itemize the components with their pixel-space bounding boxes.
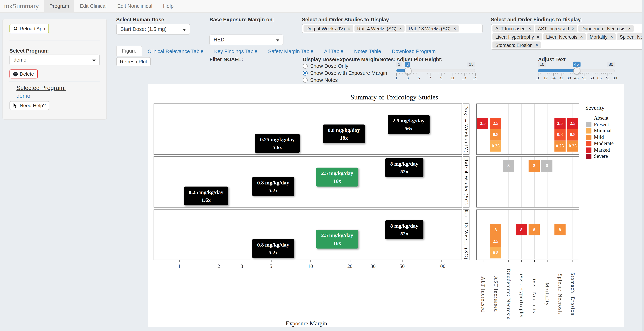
findings-tagbox[interactable]: ALT Increased×AST Increased×Duodenum: Ne… xyxy=(491,24,644,50)
heatmap-gridline xyxy=(560,157,560,207)
radio-option-show-dose-only[interactable]: Show Dose Only xyxy=(303,63,387,69)
minus-circle-icon xyxy=(13,72,18,76)
navbar-items: ProgramEdit ClinicalEdit NonclinicalHelp xyxy=(44,0,179,12)
finding-column-label: ALT Increased xyxy=(480,276,486,312)
slider-tick-label: 15 xyxy=(473,76,478,80)
adjust-text-slider[interactable]: 1080451017243138455259667380 xyxy=(538,62,615,80)
legend-item-marked: Marked xyxy=(586,147,610,153)
nav-item-edit-nonclinical[interactable]: Edit Nonclinical xyxy=(112,0,158,12)
study-tag-label: Rat: 4 Weeks (SC) xyxy=(357,26,396,31)
heatmap-axis-tick xyxy=(534,260,534,262)
tab-bar: FigureClinical Relevance TableKey Findin… xyxy=(116,46,644,56)
dose-label: 0.8 mg/kg/day xyxy=(257,179,289,186)
remove-tag-icon[interactable]: × xyxy=(454,26,456,30)
slider-major-tick xyxy=(538,73,538,76)
tab-figure[interactable]: Figure xyxy=(116,46,142,56)
cursor-icon xyxy=(13,103,18,108)
scrollbar[interactable] xyxy=(642,0,644,331)
exposure-margin-label: 5.2x xyxy=(257,186,289,194)
tab-all-table[interactable]: All Table xyxy=(319,46,349,56)
slider-minor-tick xyxy=(578,73,579,74)
slider-tick-label: 59 xyxy=(590,76,594,80)
exposure-margin-label: 52x xyxy=(390,168,418,176)
tab-download-program[interactable]: Download Program xyxy=(386,46,441,56)
remove-tag-icon[interactable]: × xyxy=(537,35,539,39)
remove-tag-icon[interactable]: × xyxy=(610,35,613,39)
studies-tagbox[interactable]: Dog: 4 Weeks (IV)×Rat: 4 Weeks (SC)×Rat:… xyxy=(302,24,482,33)
slider-minor-tick xyxy=(613,73,613,74)
radio-option-show-dose-with-exposure-margin[interactable]: Show Dose with Exposure Margin xyxy=(303,70,387,76)
dose-box-rat-13-weeks-sc-2-5-mg-kg-day: 2.5 mg/kg/day16x xyxy=(316,230,358,248)
heatmap-gridline xyxy=(572,157,573,207)
finding-tag-ast-increased[interactable]: AST Increased× xyxy=(535,25,577,32)
finding-tag-mortality[interactable]: Mortality× xyxy=(587,33,616,40)
nav-item-program[interactable]: Program xyxy=(44,0,74,12)
radio-selected-icon[interactable] xyxy=(303,71,308,76)
sidebar-panel: ↻ Reload App Select Program: demo Delete… xyxy=(2,19,107,120)
base-margin-select[interactable]: HED xyxy=(210,34,283,45)
finding-tag-spleen-necrosis[interactable]: Spleen: Necrosis× xyxy=(617,33,644,40)
human-dose-select[interactable]: Start Dose: (1.5 mg) xyxy=(116,24,190,34)
slider-major-tick xyxy=(592,73,592,76)
finding-column-label: Duodenum: Necrosis xyxy=(506,269,512,320)
finding-tag-liver-necrosis[interactable]: Liver: Necrosis× xyxy=(543,33,586,40)
program-select[interactable]: demo xyxy=(10,55,100,66)
study-tag-rat-4-weeks-sc[interactable]: Rat: 4 Weeks (SC)× xyxy=(354,25,404,32)
finding-tag-liver-hypertrophy[interactable]: Liver: Hypertrophy× xyxy=(492,33,542,40)
radio-unselected-icon[interactable] xyxy=(303,64,308,68)
finding-column-label: Mortality xyxy=(544,283,550,306)
legend-item-severe: Severe xyxy=(586,153,608,160)
study-strip-label: Dog: 4 Weeks (IV) xyxy=(463,105,469,153)
legend-swatch xyxy=(586,116,591,121)
study-tag-dog-4-weeks-iv[interactable]: Dog: 4 Weeks (IV)× xyxy=(304,25,353,32)
x-axis-tick xyxy=(402,260,402,262)
finding-tag-duodenum-necrosis[interactable]: Duodenum: Necrosis× xyxy=(578,25,634,32)
study-tag-rat-13-weeks-sc[interactable]: Rat: 13 Weeks (SC)× xyxy=(406,25,459,32)
need-help-button[interactable]: Need Help? xyxy=(10,101,50,110)
remove-tag-icon[interactable]: × xyxy=(399,26,402,30)
slider-minor-tick xyxy=(438,73,439,74)
heatmap-panel-rat-4-weeks-sc xyxy=(476,156,579,208)
remove-tag-icon[interactable]: × xyxy=(528,26,531,30)
heatmap-gridline xyxy=(483,104,483,154)
legend-label: Moderate xyxy=(594,140,614,147)
remove-tag-icon[interactable]: × xyxy=(348,26,350,30)
slider-min-label: 1 xyxy=(396,62,402,67)
legend-item-moderate: Moderate xyxy=(586,140,614,147)
nav-item-help[interactable]: Help xyxy=(158,0,179,12)
reload-app-button[interactable]: ↻ Reload App xyxy=(10,24,49,33)
heatmap-gridline xyxy=(496,157,496,207)
slider-minor-tick xyxy=(542,73,542,74)
dose-label: 0.25 mg/kg/day xyxy=(260,136,295,143)
refresh-plot-button[interactable]: Refresh Plot xyxy=(116,57,151,66)
slider-minor-tick xyxy=(402,73,402,74)
legend-swatch xyxy=(586,134,591,140)
finding-tag-label: Liver: Hypertrophy xyxy=(496,34,534,39)
tab-key-findings-table[interactable]: Key Findings Table xyxy=(209,46,263,56)
finding-tag-alt-increased[interactable]: ALT Increased× xyxy=(492,25,534,32)
plot-height-slider[interactable]: 115313579111315 xyxy=(396,62,475,80)
tab-notes-table[interactable]: Notes Table xyxy=(349,46,386,56)
nav-item-edit-clinical[interactable]: Edit Clinical xyxy=(74,0,112,12)
delete-program-button[interactable]: Delete xyxy=(10,70,38,78)
base-margin-value: HED xyxy=(214,37,224,43)
radio-option-show-notes[interactable]: Show Notes xyxy=(303,77,387,84)
finding-label-wrap: Liver: Necrosis xyxy=(530,263,538,325)
finding-column-label: AST Increased xyxy=(492,276,499,312)
selected-program-value[interactable]: demo xyxy=(16,93,30,99)
slider-minor-tick xyxy=(410,73,411,74)
sidebar-divider xyxy=(9,41,100,41)
slider-minor-tick xyxy=(552,73,552,74)
x-axis-tick-label: 3 xyxy=(241,263,243,270)
study-strip-dog-4-weeks-iv: Dog: 4 Weeks (IV) xyxy=(463,104,470,155)
radio-unselected-icon[interactable] xyxy=(303,78,308,82)
slider-minor-tick xyxy=(586,73,586,74)
app-root: toxSummary ProgramEdit ClinicalEdit Nonc… xyxy=(0,0,644,331)
dose-label: 8 mg/kg/day xyxy=(390,160,418,168)
remove-tag-icon[interactable]: × xyxy=(580,35,583,39)
remove-tag-icon[interactable]: × xyxy=(628,26,631,30)
tab-safety-margin-table[interactable]: Safety Margin Table xyxy=(263,46,319,56)
tab-clinical-relevance-table[interactable]: Clinical Relevance Table xyxy=(142,46,209,56)
remove-tag-icon[interactable]: × xyxy=(572,26,574,30)
severity-cell: 2.5 xyxy=(490,235,501,247)
